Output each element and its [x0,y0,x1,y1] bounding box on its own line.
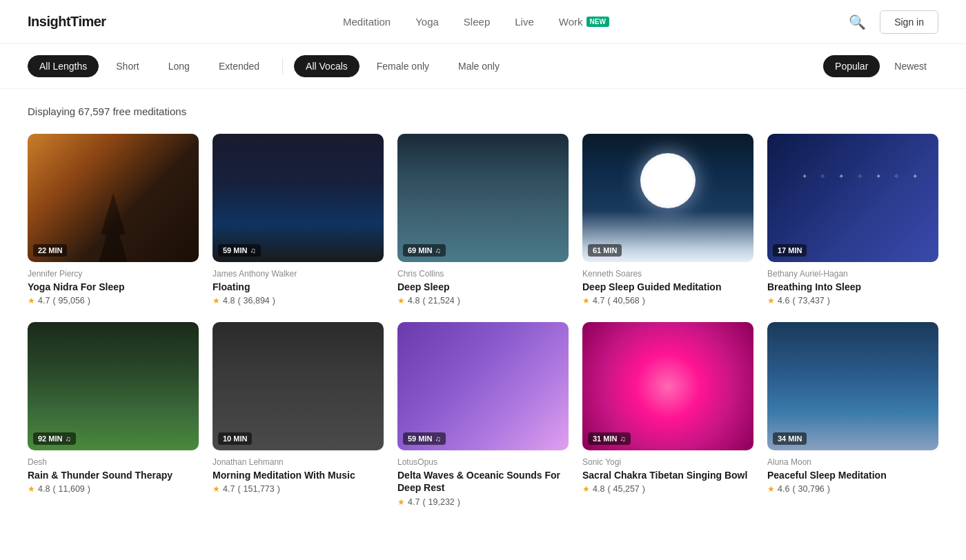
nav-work[interactable]: Work NEW [559,16,609,28]
music-note-6: ♫ [65,434,70,443]
thumb-image-3 [397,134,569,262]
meditation-grid-row2: 92 MIN ♫ Desh Rain & Thunder Sound Thera… [28,322,938,506]
filter-extended[interactable]: Extended [207,55,271,77]
meditation-grid-row1: 22 MIN Jennifer Piercy Yoga Nidra For Sl… [28,134,938,306]
card-thumb-1: 22 MIN [28,134,199,262]
music-note-2: ♫ [250,246,255,254]
card-duration-7: 10 MIN [218,432,252,445]
thumb-image-8 [397,322,569,450]
header: InsightTimer Meditation Yoga Sleep Live … [0,0,966,44]
thumb-image-1 [28,134,199,262]
card-rating-6: ★ 4.8 (11,609) [28,484,199,494]
star-icon-2: ★ [213,296,220,306]
music-note-9: ♫ [620,434,625,443]
card-duration-5: 17 MIN [773,244,807,257]
card-title-3: Deep Sleep [397,281,569,293]
thumb-image-2 [213,134,384,262]
star-icon-7: ★ [213,484,220,494]
nav-sleep[interactable]: Sleep [464,16,490,28]
meditation-card-4[interactable]: 61 MIN Kenneth Soares Deep Sleep Guided … [582,134,753,306]
card-duration-1: 22 MIN [33,244,67,257]
thumb-image-6 [28,322,199,450]
filter-all-vocals[interactable]: All Vocals [294,55,359,77]
search-button[interactable]: 🔍 [846,11,869,33]
card-duration-6: 92 MIN ♫ [33,432,76,445]
filter-male-only[interactable]: Male only [446,55,511,77]
nav-meditation[interactable]: Meditation [343,16,391,28]
filter-long[interactable]: Long [157,55,201,77]
card-rating-3: ★ 4.8 (21,524) [397,296,569,306]
card-rating-10: ★ 4.6 (30,796) [767,484,938,494]
star-icon-9: ★ [582,484,590,494]
search-icon: 🔍 [849,14,866,30]
thumb-image-10 [767,322,938,450]
card-thumb-4: 61 MIN [582,134,753,262]
card-thumb-3: 69 MIN ♫ [397,134,569,262]
sort-newest[interactable]: Newest [883,55,938,77]
card-author-8: LotusOpus [397,457,569,467]
card-thumb-10: 34 MIN [767,322,938,450]
meditation-card-3[interactable]: 69 MIN ♫ Chris Collins Deep Sleep ★ 4.8 … [397,134,569,306]
card-author-7: Jonathan Lehmann [213,457,384,467]
card-rating-4: ★ 4.7 (40,568) [582,296,753,306]
sort-popular[interactable]: Popular [823,55,880,77]
star-icon-1: ★ [28,296,35,306]
card-rating-1: ★ 4.7 (95,056) [28,296,199,306]
meditation-card-8[interactable]: 59 MIN ♫ LotusOpus Delta Waves & Oceanic… [397,322,569,506]
meditation-card-9[interactable]: 31 MIN ♫ Sonic Yogi Sacral Chakra Tibeta… [582,322,753,506]
header-actions: 🔍 Sign in [846,10,938,34]
filters-bar: All Lengths Short Long Extended All Voca… [0,44,966,89]
card-rating-2: ★ 4.8 (36,894) [213,296,384,306]
nav-yoga[interactable]: Yoga [415,16,439,28]
meditation-card-10[interactable]: 34 MIN Aluna Moon Peaceful Sleep Meditat… [767,322,938,506]
meditation-card-5[interactable]: 17 MIN Bethany Auriel-Hagan Breathing In… [767,134,938,306]
card-duration-8: 59 MIN ♫ [403,432,446,445]
card-duration-10: 34 MIN [773,432,807,445]
card-title-10: Peaceful Sleep Meditation [767,469,938,481]
filter-female-only[interactable]: Female only [365,55,441,77]
card-duration-9: 31 MIN ♫ [588,432,631,445]
thumb-image-7 [213,322,384,450]
filter-divider [282,58,283,74]
card-title-1: Yoga Nidra For Sleep [28,281,199,293]
card-author-2: James Anthony Walker [213,269,384,279]
main-nav: Meditation Yoga Sleep Live Work NEW [343,16,609,28]
card-thumb-8: 59 MIN ♫ [397,322,569,450]
card-author-5: Bethany Auriel-Hagan [767,269,938,279]
star-icon-6: ★ [28,484,35,494]
music-note-3: ♫ [435,246,440,254]
sign-in-button[interactable]: Sign in [880,10,938,34]
card-title-2: Floating [213,281,384,293]
card-title-6: Rain & Thunder Sound Therapy [28,469,199,481]
music-note-8: ♫ [435,434,440,443]
meditation-card-1[interactable]: 22 MIN Jennifer Piercy Yoga Nidra For Sl… [28,134,199,306]
card-thumb-7: 10 MIN [213,322,384,450]
meditation-card-7[interactable]: 10 MIN Jonathan Lehmann Morning Meditati… [213,322,384,506]
star-icon-5: ★ [767,296,775,306]
card-rating-5: ★ 4.6 (73,437) [767,296,938,306]
card-author-6: Desh [28,457,199,467]
card-title-7: Morning Meditation With Music [213,469,384,481]
card-rating-7: ★ 4.7 (151,773) [213,484,384,494]
card-title-4: Deep Sleep Guided Meditation [582,281,753,293]
card-duration-2: 59 MIN ♫ [218,244,261,257]
meditation-card-6[interactable]: 92 MIN ♫ Desh Rain & Thunder Sound Thera… [28,322,199,506]
card-author-9: Sonic Yogi [582,457,753,467]
card-thumb-5: 17 MIN [767,134,938,262]
card-thumb-9: 31 MIN ♫ [582,322,753,450]
meditation-card-2[interactable]: 59 MIN ♫ James Anthony Walker Floating ★… [213,134,384,306]
filter-all-lengths[interactable]: All Lengths [28,55,99,77]
thumb-image-9 [582,322,753,450]
card-rating-9: ★ 4.8 (45,257) [582,484,753,494]
star-icon-10: ★ [767,484,775,494]
nav-live[interactable]: Live [515,16,534,28]
logo[interactable]: InsightTimer [28,14,106,30]
star-icon-8: ★ [397,497,405,507]
star-icon-4: ★ [582,296,590,306]
filter-short[interactable]: Short [104,55,150,77]
display-count: Displaying 67,597 free meditations [28,106,938,117]
card-title-8: Delta Waves & Oceanic Sounds For Deep Re… [397,469,569,494]
new-badge: NEW [586,17,609,27]
card-author-1: Jennifer Piercy [28,269,199,279]
card-thumb-2: 59 MIN ♫ [213,134,384,262]
